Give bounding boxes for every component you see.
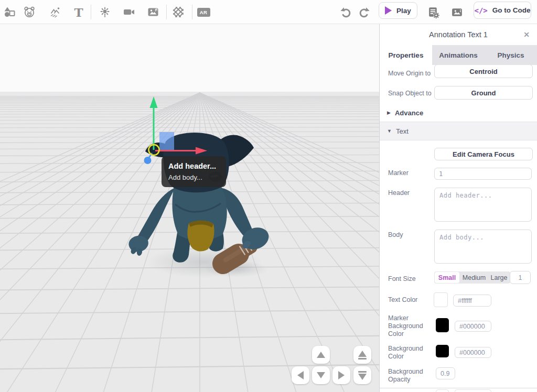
scene-settings-button[interactable] bbox=[424, 3, 443, 21]
text-color-label: Text Color bbox=[388, 296, 433, 304]
arrow-up-icon bbox=[317, 352, 325, 358]
snap-object-label: Snap Object to bbox=[388, 90, 433, 97]
scene-layer bbox=[0, 24, 380, 392]
panel-tabs: Properties Animations Physics bbox=[380, 45, 537, 65]
background-opacity-input[interactable] bbox=[436, 367, 455, 379]
ar-icon: AR bbox=[197, 8, 210, 17]
tool-text-button[interactable]: T bbox=[69, 3, 88, 21]
edit-camera-focus-button[interactable]: Edit Camera Focus bbox=[434, 148, 533, 160]
move-origin-label: Move Origin to bbox=[388, 70, 433, 78]
arrow-right-icon bbox=[338, 371, 345, 379]
nav-down-button[interactable] bbox=[312, 366, 330, 384]
annotation-header-preview: Add header... bbox=[168, 160, 219, 172]
shapes-icon bbox=[3, 6, 16, 18]
go-to-code-button[interactable]: </> Go to Code bbox=[474, 2, 531, 19]
arrow-left-icon bbox=[297, 371, 304, 379]
toolbar-separator bbox=[166, 5, 167, 19]
clipped-swatch bbox=[436, 389, 449, 392]
undo-icon bbox=[339, 6, 353, 19]
video-camera-icon bbox=[123, 6, 135, 18]
photo-frame-icon bbox=[450, 6, 464, 19]
light-icon bbox=[99, 6, 111, 18]
tab-properties[interactable]: Properties bbox=[380, 45, 432, 65]
font-size-small-option[interactable]: Small bbox=[435, 272, 459, 283]
body-label: Body bbox=[388, 231, 433, 239]
arrow-down-icon bbox=[317, 372, 325, 378]
gizmo-plane-handle[interactable] bbox=[159, 132, 174, 150]
tool-media-button[interactable] bbox=[144, 3, 163, 21]
panel-title: Annotation Text 1 bbox=[429, 30, 488, 39]
font-size-medium-option[interactable]: Medium bbox=[460, 272, 488, 283]
nav-raise-button[interactable] bbox=[353, 346, 371, 364]
text-color-input[interactable] bbox=[453, 295, 491, 307]
font-size-label: Font Size bbox=[388, 275, 433, 283]
tool-light-button[interactable] bbox=[95, 3, 114, 21]
clipped-input bbox=[455, 389, 491, 392]
code-icon: </> bbox=[474, 6, 487, 15]
nav-left-button[interactable] bbox=[292, 366, 309, 384]
eject-down-icon bbox=[358, 374, 367, 380]
expanded-arrow-icon: ▼ bbox=[387, 128, 392, 134]
background-color-input[interactable] bbox=[455, 347, 491, 358]
tool-terrain-button[interactable] bbox=[46, 3, 65, 21]
properties-panel: Annotation Text 1 ✕ Properties Animation… bbox=[380, 24, 537, 392]
text-section-toggle[interactable]: ▼ Text bbox=[380, 122, 537, 140]
tool-shapes-button[interactable] bbox=[0, 3, 19, 21]
panel-content: Centroid Move Origin to Ground Snap Obje… bbox=[380, 65, 537, 392]
annotation-body-preview: Add body... bbox=[168, 172, 219, 183]
font-size-large-option[interactable]: Large bbox=[488, 272, 510, 283]
gizmo-y-arrowhead[interactable] bbox=[150, 96, 158, 108]
toolbar-separator bbox=[91, 5, 91, 19]
advance-section-label: Advance bbox=[395, 109, 423, 117]
nav-up-button[interactable] bbox=[312, 346, 330, 364]
marker-input[interactable] bbox=[434, 168, 532, 180]
tool-character-button[interactable] bbox=[20, 3, 39, 21]
eject-up-icon bbox=[358, 351, 367, 357]
tab-physics[interactable]: Physics bbox=[485, 45, 537, 65]
marker-bg-color-label: Marker Background Color bbox=[388, 314, 433, 338]
text-color-swatch[interactable] bbox=[434, 292, 448, 307]
snap-object-value-button[interactable]: Ground bbox=[434, 86, 533, 100]
marker-bg-color-swatch[interactable] bbox=[436, 318, 449, 332]
media-image-icon bbox=[147, 6, 159, 18]
annotation-tooltip[interactable]: Add header... Add body... bbox=[162, 156, 226, 187]
text-tool-icon: T bbox=[74, 6, 83, 18]
tool-texture-button[interactable] bbox=[169, 3, 188, 21]
tab-animations[interactable]: Animations bbox=[432, 45, 485, 65]
play-button[interactable]: Play bbox=[379, 2, 417, 19]
header-textarea[interactable] bbox=[434, 188, 532, 222]
gizmo-drag-point[interactable] bbox=[144, 157, 152, 164]
body-textarea[interactable] bbox=[434, 230, 532, 264]
texture-icon bbox=[172, 6, 185, 18]
nav-right-button[interactable] bbox=[332, 366, 350, 384]
collapsed-arrow-icon: ▶ bbox=[387, 110, 391, 115]
undo-button[interactable] bbox=[339, 6, 353, 19]
redo-button[interactable] bbox=[357, 6, 371, 19]
settings-list-icon bbox=[427, 6, 440, 19]
marker-label: Marker bbox=[388, 169, 433, 177]
top-toolbar: T bbox=[0, 0, 537, 24]
nav-lower-button[interactable] bbox=[353, 366, 371, 384]
tool-video-button[interactable] bbox=[120, 3, 138, 21]
font-size-value-input[interactable] bbox=[510, 271, 531, 284]
advance-section-toggle[interactable]: ▶ Advance bbox=[380, 107, 537, 118]
redo-icon bbox=[357, 6, 371, 19]
section-divider bbox=[380, 388, 537, 388]
character-icon bbox=[23, 6, 36, 18]
toolbar-separator bbox=[192, 5, 192, 19]
play-icon bbox=[385, 6, 392, 15]
header-label: Header bbox=[388, 189, 433, 197]
background-color-label: Background Color bbox=[388, 345, 433, 361]
panel-header: Annotation Text 1 ✕ bbox=[380, 24, 537, 45]
tool-ar-button[interactable]: AR bbox=[194, 3, 213, 21]
move-origin-value-button[interactable]: Centroid bbox=[434, 65, 533, 78]
marker-bg-color-input[interactable] bbox=[455, 321, 491, 332]
background-color-swatch[interactable] bbox=[436, 345, 449, 357]
background-opacity-label: Background Opacity bbox=[388, 368, 433, 384]
font-size-segmented-control: Small Medium Large bbox=[434, 271, 510, 284]
close-icon[interactable]: ✕ bbox=[521, 29, 532, 40]
text-section-label: Text bbox=[396, 127, 409, 135]
terrain-icon bbox=[49, 6, 62, 18]
3d-viewport[interactable]: Add header... Add body... bbox=[0, 24, 380, 392]
screenshot-button[interactable] bbox=[447, 3, 466, 21]
